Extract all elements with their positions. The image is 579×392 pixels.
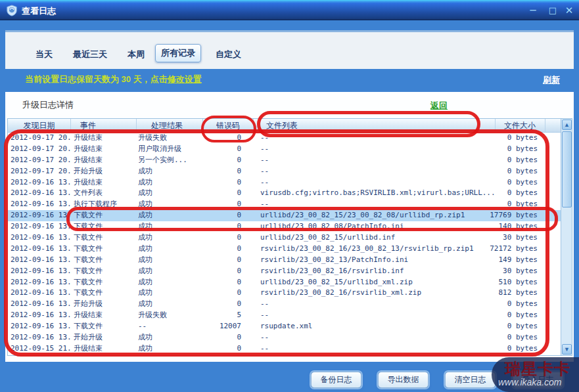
import-log-button[interactable]: 导入日志 — [513, 372, 563, 388]
table-row[interactable]: 2012-09-16 13...升级结束成功0--0 bytes — [8, 177, 561, 188]
vertical-scrollbar[interactable]: ▲ ▼ — [561, 119, 572, 355]
cell-date: 2012-09-17 20... — [11, 133, 72, 144]
cell-size: 0 bytes — [507, 332, 538, 343]
table-row[interactable]: 2012-09-16 13...下载文件成功0urllibd/23_00_82_… — [8, 277, 561, 288]
column-header-3[interactable]: 错误码 — [203, 119, 254, 133]
cell-event: 下载文件 — [74, 266, 137, 277]
cell-size: 149 bytes — [498, 255, 538, 266]
cell-size: 0 bytes — [507, 343, 538, 355]
table-row[interactable]: 2012-09-16 13...下载文件--12007rsupdate.xml0… — [8, 321, 561, 332]
table-row[interactable]: 2012-09-16 13...升级结束升级失败5--0 bytes — [8, 310, 561, 321]
table-row[interactable]: 2012-09-17 20...升级结束用户取消升级0--0 bytes — [8, 144, 561, 155]
cell-files: -- — [260, 133, 536, 144]
cell-event: 下载文件 — [74, 255, 137, 266]
table-row[interactable]: 2012-09-17 20...升级结束升级失败0--0 bytes — [8, 133, 561, 144]
table-row[interactable]: 2012-09-17 20...开始升级成功0--0 bytes — [8, 166, 561, 177]
refresh-link[interactable]: 刷新 — [543, 74, 560, 86]
maximize-button[interactable]: □ — [546, 4, 559, 17]
tab-4[interactable]: 自定义 — [210, 46, 246, 63]
cell-size: 0 bytes — [507, 144, 538, 155]
cell-files: rsvirlib/23_00_82_13/PatchInfo.ini — [260, 255, 536, 266]
cell-files: -- — [260, 310, 536, 321]
log-table-body: 2012-09-17 20...升级结束升级失败0--0 bytes2012-0… — [8, 133, 561, 356]
cell-result: 成功 — [138, 244, 202, 255]
cell-files: -- — [260, 332, 536, 343]
log-table-header: 发现日期事件处理结果错误码文件列表文件大小 — [8, 119, 561, 133]
backup-log-button[interactable]: 备份日志 — [311, 372, 361, 388]
table-row[interactable]: 2012-09-16 13...下载文件成功0urllibd/23_00_82_… — [8, 221, 561, 232]
modify-settings-link[interactable]: 修改设置 — [168, 74, 202, 84]
cell-event: 下载文件 — [74, 210, 137, 221]
cell-code: 0 — [203, 144, 241, 155]
table-row[interactable]: 2012-09-15 21...升级结束成功0--0 bytes — [8, 343, 561, 355]
log-table: 发现日期事件处理结果错误码文件列表文件大小 2012-09-17 20...升级… — [7, 118, 572, 356]
cell-files: urllibd/23_00_82_15/urllibd.inf — [260, 232, 536, 244]
table-row[interactable]: 2012-09-16 13...下载文件成功0rsvirlib/23_00_82… — [8, 244, 561, 255]
cell-date: 2012-09-16 13... — [11, 210, 72, 221]
tab-1[interactable]: 最近三天 — [68, 46, 112, 63]
table-row[interactable]: 2012-09-16 13...开始升级成功0--0 bytes — [8, 299, 561, 310]
cell-event: 下载文件 — [74, 232, 137, 244]
export-data-button[interactable]: 导出数据 — [378, 372, 428, 388]
table-row[interactable]: 2012-09-16 13...执行下载程序成功0--0 bytes — [8, 199, 561, 210]
tab-2[interactable]: 本周 — [122, 46, 150, 63]
cell-size: 17769 bytes — [490, 210, 538, 221]
cell-result: 成功 — [138, 210, 202, 221]
cell-result: 成功 — [138, 255, 202, 266]
cell-date: 2012-09-16 13... — [11, 266, 72, 277]
cell-result: 升级失败 — [138, 310, 202, 321]
cell-files: virusdb.cfg;virtro.bas;RSVIRLIB.xml;viru… — [260, 188, 536, 199]
close-button[interactable]: ✕ — [563, 4, 576, 17]
cell-result: 成功 — [138, 288, 202, 299]
column-header-0[interactable]: 发现日期 — [8, 119, 71, 133]
cell-files: rsvirlib/23_00_82_16/rsvirlib.inf — [260, 266, 536, 277]
cell-result: 成功 — [138, 299, 202, 310]
column-header-1[interactable]: 事件 — [71, 119, 137, 133]
cell-event: 执行下载程序 — [74, 199, 137, 210]
clear-log-button[interactable]: 清空日志 — [445, 372, 496, 388]
cell-date: 2012-09-17 20... — [11, 166, 72, 177]
scrollbar-thumb[interactable] — [562, 131, 572, 207]
table-row[interactable]: 2012-09-16 13...下载文件成功0urllibd/23_00_82_… — [8, 232, 561, 244]
cell-date: 2012-09-16 13... — [11, 255, 72, 266]
cell-code: 0 — [203, 299, 241, 310]
cell-date: 2012-09-16 13... — [11, 332, 72, 343]
tab-3[interactable]: 所有记录 — [155, 44, 201, 62]
cell-event: 升级结束 — [74, 177, 137, 188]
column-header-4[interactable]: 文件列表 — [254, 119, 496, 133]
cell-date: 2012-09-16 13... — [11, 288, 72, 299]
title-bar: 查看日志 ─ □ ✕ — [0, 0, 579, 20]
cell-files: -- — [260, 177, 536, 188]
back-link[interactable]: 返回 — [430, 100, 448, 112]
table-row[interactable]: 2012-09-16 13...下载文件成功0urllibd/23_00_82_… — [8, 210, 561, 221]
table-row[interactable]: 2012-09-16 13...开始升级成功0--0 bytes — [8, 332, 561, 343]
retention-notice: 当前设置日志保留天数为 30 天，点击修改设置 — [25, 74, 202, 85]
cell-event: 升级结束 — [74, 155, 137, 166]
cell-date: 2012-09-16 13... — [11, 244, 72, 255]
cell-files: -- — [260, 343, 536, 355]
cell-size: 0 bytes — [507, 133, 538, 144]
table-row[interactable]: 2012-09-16 13...下载文件成功0rsvirlib/23_00_82… — [8, 266, 561, 277]
table-row[interactable]: 2012-09-16 13...文件列表成功0virusdb.cfg;virtr… — [8, 188, 561, 199]
cell-event: 开始升级 — [74, 332, 137, 343]
column-header-2[interactable]: 处理结果 — [137, 119, 203, 133]
cell-code: 0 — [203, 343, 241, 355]
minimize-button[interactable]: ─ — [526, 4, 540, 17]
table-row[interactable]: 2012-09-17 20...升级结束另一个实例...0--0 bytes — [8, 155, 561, 166]
cell-code: 5 — [203, 310, 241, 321]
cell-event: 下载文件 — [74, 221, 137, 232]
column-header-5[interactable]: 文件大小 — [496, 119, 545, 133]
cell-result: 成功 — [138, 199, 202, 210]
cell-result: 成功 — [138, 266, 202, 277]
table-row[interactable]: 2012-09-16 13...下载文件成功0rsvirlib/23_00_82… — [8, 288, 561, 299]
cell-code: 0 — [203, 244, 241, 255]
cell-result: 成功 — [138, 188, 202, 199]
column-header-spacer — [545, 119, 561, 133]
table-row[interactable]: 2012-09-16 13...下载文件成功0rsvirlib/23_00_82… — [8, 255, 561, 266]
cell-event: 文件列表 — [74, 188, 137, 199]
tab-0[interactable]: 当天 — [30, 46, 58, 63]
time-filter-tabbar: 当天最近三天本周所有记录自定义 — [5, 30, 574, 69]
cell-files: rsupdate.xml — [260, 321, 536, 332]
scroll-up-arrow-icon[interactable]: ▲ — [562, 120, 572, 130]
scroll-down-arrow-icon[interactable]: ▼ — [562, 344, 572, 355]
